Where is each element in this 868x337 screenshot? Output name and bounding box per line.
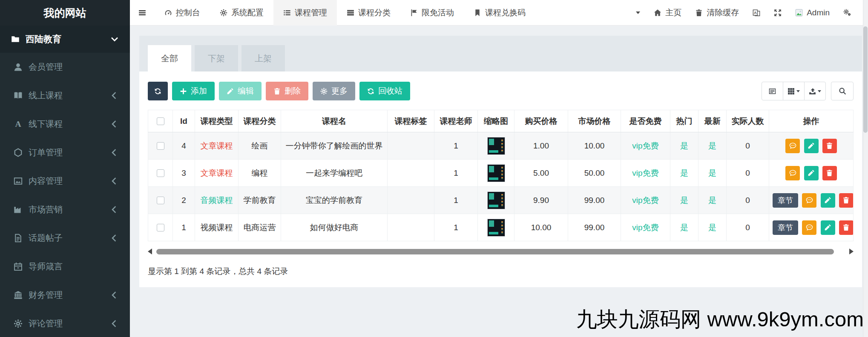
nav-item-free-activity[interactable]: 限免活动 <box>400 0 464 26</box>
scroll-right-arrow[interactable] <box>849 248 854 254</box>
search-button[interactable] <box>831 82 854 100</box>
row-checkbox[interactable] <box>157 224 164 231</box>
nav-item-label: 课程兑换码 <box>485 7 526 18</box>
free-link[interactable]: vip免费 <box>621 187 670 214</box>
edit-row-button[interactable] <box>821 193 835 208</box>
new-link[interactable]: 是 <box>698 132 727 160</box>
settings-gears-button[interactable] <box>836 0 858 26</box>
sidebar-toggle-button[interactable] <box>130 0 155 26</box>
sidebar-item-label: 订单管理 <box>29 147 63 158</box>
new-link[interactable]: 是 <box>698 214 727 241</box>
panel-body: 添加 编辑 删除 更多 回收站 <box>139 71 862 287</box>
cell-course-tags <box>388 132 434 160</box>
course-thumbnail-image[interactable] <box>487 164 505 182</box>
delete-button[interactable]: 删除 <box>266 82 308 100</box>
nav-item-course-management[interactable]: 课程管理 <box>273 0 337 26</box>
edit-row-button[interactable] <box>804 139 819 153</box>
scroll-left-arrow[interactable] <box>148 248 152 254</box>
row-checkbox[interactable] <box>157 169 164 177</box>
more-button[interactable]: 更多 <box>313 82 355 100</box>
detail-view-button[interactable] <box>762 82 783 100</box>
edit-row-button[interactable] <box>804 166 819 180</box>
delete-row-button[interactable] <box>822 139 837 153</box>
comment-button[interactable] <box>802 220 816 235</box>
new-link[interactable]: 是 <box>698 160 727 187</box>
cell-market-price: 10.00 <box>568 132 621 160</box>
comment-button[interactable] <box>785 139 800 153</box>
vertical-scrollbar-thumb[interactable] <box>863 26 868 133</box>
nav-clear-cache[interactable]: 清除缓存 <box>688 0 746 26</box>
tab-all[interactable]: 全部 <box>148 45 191 71</box>
hot-link[interactable]: 是 <box>670 214 698 241</box>
tab-on-shelf[interactable]: 上架 <box>241 45 285 71</box>
sidebar-item-topic-posts[interactable]: 话题帖子 <box>0 224 130 252</box>
comment-button[interactable] <box>785 166 800 180</box>
cell-market-price: 99.00 <box>568 187 621 214</box>
trash-icon <box>826 169 833 177</box>
sidebar-item-online-courses[interactable]: 线上课程 <box>0 81 130 110</box>
edit-row-button[interactable] <box>821 220 835 235</box>
sidebar-item-mentor-quotes[interactable]: 导师箴言 <box>0 252 130 281</box>
columns-button[interactable] <box>783 82 805 100</box>
language-button[interactable] <box>746 0 767 26</box>
comment-icon <box>789 142 796 149</box>
free-link[interactable]: vip免费 <box>621 214 670 241</box>
cell-thumbnail <box>478 214 514 241</box>
course-thumbnail-image[interactable] <box>487 219 505 237</box>
new-link[interactable]: 是 <box>698 187 727 214</box>
sidebar-item-marketing[interactable]: 市场营销 <box>0 195 130 224</box>
course-thumbnail-image[interactable] <box>487 191 505 209</box>
chapter-button[interactable]: 章节 <box>773 220 798 235</box>
tab-off-shelf[interactable]: 下架 <box>195 45 238 71</box>
column-header-actions: 操作 <box>769 110 854 132</box>
sidebar-item-member-management[interactable]: 会员管理 <box>0 53 130 81</box>
cell-course-category: 绘画 <box>239 132 281 160</box>
delete-row-button[interactable] <box>839 220 854 235</box>
user-menu[interactable]: Admin <box>788 0 836 26</box>
column-header-market-price: 市场价格 <box>568 110 621 132</box>
delete-row-button[interactable] <box>822 166 837 180</box>
horizontal-scrollbar-thumb[interactable] <box>156 249 834 254</box>
sidebar-item-finance-management[interactable]: 财务管理 <box>0 281 130 309</box>
recycle-bin-button[interactable]: 回收站 <box>359 82 410 100</box>
hot-link[interactable]: 是 <box>670 187 698 214</box>
free-link[interactable]: vip免费 <box>621 160 670 187</box>
fullscreen-button[interactable] <box>767 0 788 26</box>
comment-button[interactable] <box>802 193 816 208</box>
row-checkbox[interactable] <box>157 197 164 204</box>
refresh-button[interactable] <box>148 82 168 100</box>
delete-row-button[interactable] <box>839 193 854 208</box>
free-link[interactable]: vip免费 <box>621 132 670 160</box>
export-button[interactable] <box>804 82 826 100</box>
nav-item-dashboard[interactable]: 控制台 <box>155 0 210 26</box>
comment-icon <box>789 169 796 177</box>
add-button[interactable]: 添加 <box>172 82 215 100</box>
sidebar-item-content-management[interactable]: 内容管理 <box>0 167 130 195</box>
nav-item-course-category[interactable]: 课程分类 <box>337 0 400 26</box>
records-summary: 显示第 1 到第 4 条记录，总共 4 条记录 <box>148 266 854 277</box>
course-thumbnail-image[interactable] <box>487 137 505 155</box>
cell-buy-price: 9.90 <box>514 187 568 214</box>
cell-actions: 章节 <box>769 214 854 241</box>
cell-course-teacher: 1 <box>434 214 478 241</box>
trash-icon <box>695 9 703 17</box>
nav-item-redeem-code[interactable]: 课程兑换码 <box>464 0 535 26</box>
edit-button[interactable]: 编辑 <box>219 82 262 100</box>
sidebar-item-comment-management[interactable]: 评论管理 <box>0 309 130 337</box>
hot-link[interactable]: 是 <box>670 132 698 160</box>
recycle-icon <box>367 88 374 95</box>
table-tools-group <box>762 82 826 100</box>
menu-dropdown-button[interactable] <box>618 0 647 26</box>
nav-item-system-config[interactable]: 系统配置 <box>210 0 273 26</box>
sidebar-item-education-root[interactable]: 西陆教育 <box>0 26 130 53</box>
chapter-button[interactable]: 章节 <box>773 193 798 208</box>
sidebar-item-offline-courses[interactable]: 线下课程 <box>0 110 130 138</box>
cell-course-name: 一分钟带你了解绘画的世界 <box>281 132 388 160</box>
hot-link[interactable]: 是 <box>670 160 698 187</box>
nav-home[interactable]: 主页 <box>647 0 688 26</box>
row-checkbox[interactable] <box>157 142 164 150</box>
select-all-checkbox[interactable] <box>157 117 164 125</box>
stack-icon <box>347 9 354 17</box>
refresh-icon <box>154 88 161 95</box>
sidebar-item-order-management[interactable]: 订单管理 <box>0 138 130 167</box>
